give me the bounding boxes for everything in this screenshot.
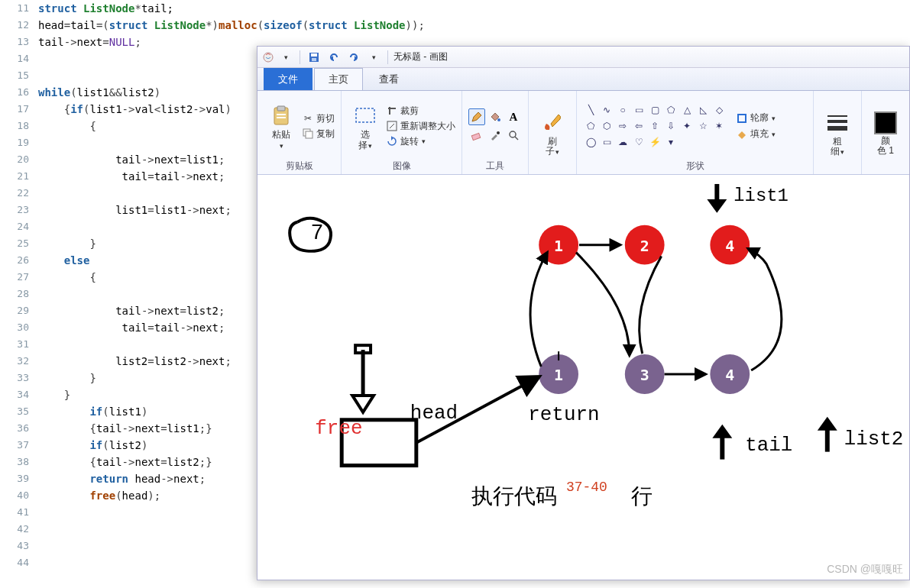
magnifier-tool[interactable]: [505, 127, 522, 144]
code-text[interactable]: {tail->next=list1;}: [38, 420, 212, 437]
customize-qat[interactable]: ▾: [365, 49, 382, 66]
color1-button[interactable]: 颜 色 1: [868, 109, 903, 156]
svg-text:执行代码: 执行代码: [471, 484, 557, 508]
shape-triangle[interactable]: △: [679, 102, 695, 118]
titlebar[interactable]: ▾ ▾ 无标题 - 画图: [257, 47, 909, 68]
shape-more[interactable]: ▾: [663, 134, 678, 150]
paste-button[interactable]: 粘贴▾: [264, 102, 299, 150]
group-brush: 刷 子▾: [529, 91, 577, 174]
shape-uarrow[interactable]: ⇧: [647, 118, 662, 134]
shape-polygon[interactable]: ⬠: [663, 102, 678, 118]
tab-file[interactable]: 文件: [264, 68, 313, 90]
svg-text:37-40: 37-40: [566, 480, 607, 495]
shape-curve[interactable]: ∿: [599, 102, 614, 118]
cut-button[interactable]: ✂剪切: [302, 112, 335, 125]
code-text[interactable]: return head->next;: [38, 470, 206, 487]
code-text[interactable]: tail->next=NULL;: [38, 34, 141, 50]
shape-callout-cloud[interactable]: ☁: [615, 134, 630, 150]
group-tools: A 工具: [462, 91, 529, 174]
code-text[interactable]: if(list1): [38, 403, 147, 420]
shape-rtriangle[interactable]: ◺: [695, 102, 711, 118]
shape-lightning[interactable]: ⚡: [647, 134, 662, 150]
line-number: 30: [0, 319, 38, 336]
text-tool[interactable]: A: [505, 108, 522, 125]
shape-larrow[interactable]: ⇦: [631, 118, 646, 134]
svg-rect-3: [312, 58, 316, 61]
line-number: 29: [0, 302, 38, 319]
shape-gallery[interactable]: ╲ ∿ ○ ▭ ▢ ⬠ △ ◺ ◇ ⬠ ⬡ ⇨ ⇦ ⇧ ⇩ ✦ ☆: [583, 102, 727, 150]
picker-tool[interactable]: [487, 127, 504, 144]
code-text[interactable]: struct ListNode*tail;: [38, 0, 173, 17]
watermark: CSDN @嘎嘎旺: [827, 563, 903, 577]
code-text[interactable]: {tail->next=list2;}: [38, 454, 212, 470]
code-text[interactable]: list1=list1->next;: [38, 202, 232, 218]
shape-star5[interactable]: ☆: [695, 118, 711, 134]
code-text[interactable]: }: [38, 235, 96, 252]
paint-canvas[interactable]: 7 list1 1 2 4 1 3 4: [257, 176, 909, 580]
code-text[interactable]: {: [38, 118, 96, 134]
shape-pentagon[interactable]: ⬠: [583, 118, 598, 134]
drawn-seven: 7: [290, 218, 331, 251]
svg-rect-16: [738, 115, 746, 122]
shape-outline[interactable]: 轮廓 ▾: [736, 111, 776, 124]
pencil-tool[interactable]: [468, 108, 485, 125]
shape-rect[interactable]: ▭: [631, 102, 646, 118]
crop-button[interactable]: 裁剪: [386, 105, 455, 118]
undo-button[interactable]: [325, 49, 342, 66]
svg-rect-13: [471, 133, 480, 140]
line-number: 25: [0, 235, 38, 252]
resize-button[interactable]: 重新调整大小: [386, 120, 455, 133]
shape-darrow[interactable]: ⇩: [663, 118, 678, 134]
shape-callout-rect[interactable]: ▭: [599, 134, 614, 150]
fill-tool[interactable]: [487, 108, 504, 125]
code-text[interactable]: head=tail=(struct ListNode*)malloc(sizeo…: [38, 17, 425, 34]
copy-button[interactable]: 复制: [302, 128, 335, 141]
line-number: 24: [0, 218, 38, 235]
shape-line[interactable]: ╲: [583, 102, 598, 118]
shape-hexagon[interactable]: ⬡: [599, 118, 614, 134]
code-text[interactable]: }: [38, 370, 96, 386]
size-button[interactable]: 粗 细▾: [820, 108, 855, 157]
outline-icon: [736, 112, 748, 124]
tail-pointer: tail: [712, 425, 792, 460]
code-text[interactable]: if(list2): [38, 437, 147, 454]
line-number: 26: [0, 252, 38, 269]
code-text[interactable]: tail=tail->next;: [38, 168, 225, 185]
select-button[interactable]: 选 择▾: [348, 102, 383, 150]
svg-text:1: 1: [554, 367, 563, 384]
rotate-button[interactable]: 旋转 ▾: [386, 135, 455, 148]
code-text[interactable]: tail=tail->next;: [38, 319, 225, 336]
svg-rect-5: [277, 106, 285, 111]
shape-rarrow[interactable]: ⇨: [615, 118, 630, 134]
shape-star4[interactable]: ✦: [679, 118, 695, 134]
redo-button[interactable]: [345, 49, 362, 66]
code-text[interactable]: {: [38, 269, 96, 286]
tab-home[interactable]: 主页: [314, 68, 363, 90]
line-number: 36: [0, 420, 38, 437]
qat-dropdown[interactable]: ▾: [277, 49, 294, 66]
code-line: 11struct ListNode*tail;: [0, 0, 910, 17]
shape-roundrect[interactable]: ▢: [647, 102, 662, 118]
svg-text:1: 1: [554, 237, 563, 255]
shape-star6[interactable]: ✶: [711, 118, 727, 134]
code-text[interactable]: free(head);: [38, 487, 160, 504]
shape-fill[interactable]: 填充 ▾: [736, 128, 776, 141]
copy-icon: [302, 128, 314, 140]
code-text[interactable]: tail->next=list1;: [38, 151, 225, 168]
code-text[interactable]: else: [38, 252, 89, 269]
shape-heart[interactable]: ♡: [631, 134, 646, 150]
shape-callout-round[interactable]: ◯: [583, 134, 598, 150]
eraser-tool[interactable]: [468, 127, 485, 144]
brush-button[interactable]: 刷 子▾: [535, 108, 570, 157]
svg-point-12: [497, 118, 500, 121]
tab-view[interactable]: 查看: [364, 68, 413, 90]
code-text[interactable]: while(list1&&list2): [38, 84, 160, 101]
shape-oval[interactable]: ○: [615, 102, 630, 118]
code-text[interactable]: }: [38, 386, 70, 403]
code-text[interactable]: {if(list1->val<list2->val): [38, 101, 232, 118]
save-button[interactable]: [306, 49, 322, 66]
line-number: 43: [0, 538, 38, 554]
shape-diamond[interactable]: ◇: [711, 102, 727, 118]
code-text[interactable]: list2=list2->next;: [38, 353, 232, 370]
code-text[interactable]: tail->next=list2;: [38, 302, 225, 319]
